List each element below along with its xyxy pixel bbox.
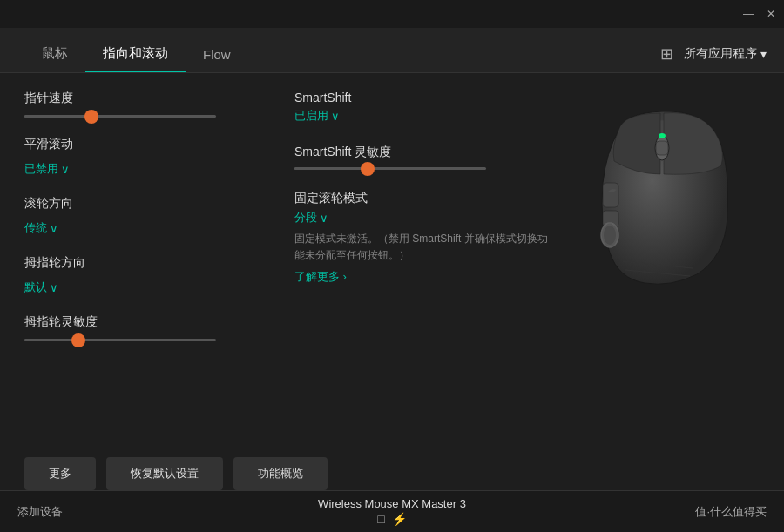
mouse-svg bbox=[584, 104, 740, 287]
fixed-scroll-arrow: ∨ bbox=[320, 212, 328, 225]
thumb-wheel-sens-label: 拇指轮灵敏度 bbox=[24, 314, 251, 330]
wired-icon: □ bbox=[377, 512, 384, 526]
pointer-speed-label: 指针速度 bbox=[24, 91, 251, 106]
tab-mouse[interactable]: 鼠标 bbox=[24, 45, 85, 72]
svg-rect-1 bbox=[656, 141, 668, 155]
smooth-scroll-value: 已禁用 bbox=[24, 161, 58, 177]
setting-scroll-direction: 滚轮方向 传统 ∨ bbox=[24, 196, 251, 236]
thumb-wheel-sens-slider[interactable] bbox=[24, 339, 216, 341]
learn-more-link[interactable]: 了解更多 › bbox=[294, 269, 347, 285]
smartshift-value: 已启用 bbox=[294, 108, 328, 124]
thumb-wheel-dir-arrow: ∨ bbox=[50, 281, 58, 294]
svg-point-6 bbox=[604, 226, 616, 245]
add-device-link[interactable]: 添加设备 bbox=[17, 504, 63, 520]
scroll-direction-dropdown[interactable]: 传统 ∨ bbox=[24, 220, 251, 236]
setting-thumb-wheel-sens: 拇指轮灵敏度 bbox=[24, 314, 251, 341]
thumb-wheel-sens-fill bbox=[24, 339, 78, 341]
svg-point-2 bbox=[659, 133, 666, 138]
smartshift-label: SmartShift bbox=[294, 91, 760, 104]
thumb-wheel-dir-value: 默认 bbox=[24, 279, 47, 295]
fixed-scroll-desc: 固定模式未激活。（禁用 SmartShift 并确保模式切换功能未分配至任何按钮… bbox=[294, 231, 556, 264]
thumb-wheel-sens-thumb[interactable] bbox=[71, 333, 85, 347]
watermark-label: 值·什么值得买 bbox=[695, 504, 767, 520]
restore-defaults-button[interactable]: 恢复默认设置 bbox=[106, 457, 223, 490]
feature-overview-button[interactable]: 功能概览 bbox=[233, 457, 328, 490]
footer: 添加设备 Wireless Mouse MX Master 3 □ ⚡ 值·什么… bbox=[0, 490, 784, 532]
scroll-direction-label: 滚轮方向 bbox=[24, 196, 251, 212]
scroll-direction-value: 传统 bbox=[24, 220, 47, 236]
minimize-button[interactable]: — bbox=[742, 8, 754, 20]
device-name-label: Wireless Mouse MX Master 3 bbox=[318, 497, 466, 510]
tab-pointing-scrolling[interactable]: 指向和滚动 bbox=[85, 45, 186, 72]
more-button[interactable]: 更多 bbox=[24, 457, 96, 490]
thumb-wheel-dir-dropdown[interactable]: 默认 ∨ bbox=[24, 279, 251, 295]
mouse-image bbox=[584, 104, 758, 296]
smartshift-sens-thumb[interactable] bbox=[361, 162, 375, 176]
setting-pointer-speed: 指针速度 bbox=[24, 91, 251, 118]
nav-right: ⊞ 所有应用程序 ▾ bbox=[660, 44, 767, 64]
left-panel: 指针速度 平滑滚动 已禁用 ∨ 滚轮方向 传统 ∨ 拇指轮方向 bbox=[24, 91, 277, 455]
fixed-scroll-value: 分段 bbox=[294, 210, 317, 226]
smartshift-sens-fill bbox=[294, 167, 368, 170]
nav-bar: 鼠标 指向和滚动 Flow ⊞ 所有应用程序 ▾ bbox=[0, 28, 784, 73]
pointer-speed-fill bbox=[24, 115, 91, 118]
pointer-speed-thumb[interactable] bbox=[84, 110, 98, 124]
app-selector[interactable]: 所有应用程序 ▾ bbox=[684, 46, 767, 62]
setting-smooth-scroll: 平滑滚动 已禁用 ∨ bbox=[24, 137, 251, 177]
smartshift-sens-slider[interactable] bbox=[294, 167, 486, 170]
bluetooth-icon: ⚡ bbox=[392, 512, 407, 526]
app-selector-arrow: ▾ bbox=[760, 47, 767, 61]
device-name: Wireless Mouse MX Master 3 □ ⚡ bbox=[318, 497, 466, 526]
smooth-scroll-label: 平滑滚动 bbox=[24, 137, 251, 152]
smartshift-arrow: ∨ bbox=[331, 110, 340, 123]
tab-flow[interactable]: Flow bbox=[186, 47, 248, 72]
app-selector-label: 所有应用程序 bbox=[684, 46, 757, 62]
title-bar: — ✕ bbox=[0, 0, 784, 28]
smooth-scroll-dropdown[interactable]: 已禁用 ∨ bbox=[24, 161, 251, 177]
grid-icon: ⊞ bbox=[660, 44, 673, 64]
device-icons: □ ⚡ bbox=[377, 512, 406, 526]
thumb-wheel-dir-label: 拇指轮方向 bbox=[24, 255, 251, 271]
svg-rect-3 bbox=[603, 183, 618, 207]
setting-thumb-wheel-dir: 拇指轮方向 默认 ∨ bbox=[24, 255, 251, 295]
bottom-buttons: 更多 恢复默认设置 功能概览 bbox=[24, 457, 328, 490]
scroll-direction-arrow: ∨ bbox=[50, 222, 58, 235]
smooth-scroll-arrow: ∨ bbox=[61, 163, 70, 176]
pointer-speed-slider[interactable] bbox=[24, 115, 216, 118]
close-button[interactable]: ✕ bbox=[765, 8, 777, 20]
